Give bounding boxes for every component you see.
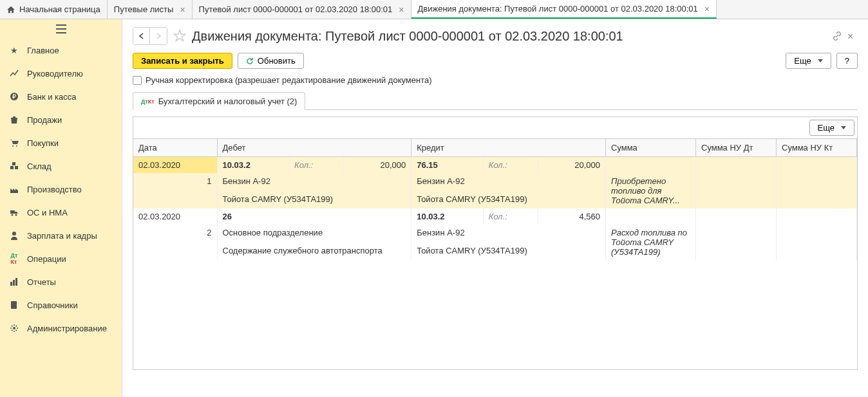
cell-qty-label: Кол.: — [483, 208, 538, 225]
sidebar-item-label: Операции — [27, 254, 66, 264]
svg-point-3 — [16, 145, 17, 147]
cell-nukt — [777, 157, 857, 174]
table-row[interactable]: 1 Бензин А-92 Бензин А-92 Приобретено то… — [133, 173, 857, 191]
tab-waybill-doc[interactable]: Путевой лист 0000-000001 от 02.03.2020 1… — [193, 0, 411, 19]
cell-deb-acc: 26 — [217, 208, 411, 225]
close-icon[interactable]: × — [704, 4, 710, 14]
sidebar-item-admin[interactable]: Администрирование — [0, 317, 122, 340]
tab-doc-movements[interactable]: Движения документа: Путевой лист 0000-00… — [411, 0, 717, 19]
sidebar-item-label: Отчеты — [27, 277, 56, 287]
cell-sum — [606, 157, 696, 174]
boxes-icon — [9, 161, 19, 171]
cell-empty — [133, 191, 217, 209]
sidebar-item-manager[interactable]: Руководителю — [0, 62, 122, 85]
svg-text:₽: ₽ — [12, 93, 16, 100]
cell-qty-label: Кол.: — [483, 157, 538, 174]
cell-nukt — [777, 225, 857, 243]
factory-icon — [9, 184, 19, 194]
manual-edit-label: Ручная корректировка (разрешает редактир… — [146, 75, 432, 85]
close-icon[interactable]: × — [180, 5, 185, 15]
svg-rect-5 — [15, 166, 18, 169]
sidebar-item-label: Продажи — [27, 115, 62, 125]
content: Движения документа: Путевой лист 0000-00… — [122, 19, 868, 397]
svg-rect-11 — [10, 282, 12, 286]
tabs-bar: Начальная страница Путевые листы × Путев… — [0, 0, 868, 19]
cell-date: 02.03.2020 — [133, 157, 217, 174]
table-wrap: Еще Дата Дебет Кредит Сумма Сумма НУ Дт … — [133, 116, 858, 370]
cell-nukt — [777, 191, 857, 209]
person-icon — [9, 230, 19, 241]
col-date: Дата — [133, 139, 217, 157]
tab-home[interactable]: Начальная страница — [0, 0, 108, 19]
svg-rect-14 — [11, 301, 17, 309]
sidebar-item-sales[interactable]: Продажи — [0, 108, 122, 131]
sidebar: ★ Главное Руководителю ₽ Банк и касса Пр… — [0, 19, 122, 397]
cell-nudt — [696, 173, 777, 191]
table-row[interactable]: 02.03.2020 26 10.03.2 Кол.: 4,560 — [133, 208, 857, 225]
tab-label: Движения документа: Путевой лист 0000-00… — [418, 4, 698, 14]
sidebar-item-main[interactable]: ★ Главное — [0, 39, 122, 62]
forward-button[interactable] — [150, 28, 167, 44]
manual-edit-checkbox[interactable] — [133, 76, 142, 85]
menu-toggle[interactable] — [0, 19, 122, 39]
sidebar-item-reports[interactable]: Отчеты — [0, 270, 122, 293]
sidebar-item-label: Банк и касса — [27, 92, 77, 102]
sidebar-item-production[interactable]: Производство — [0, 178, 122, 201]
sidebar-item-operations[interactable]: ДтКт Операции — [0, 247, 122, 270]
ruble-icon: ₽ — [9, 91, 19, 102]
svg-rect-12 — [13, 280, 15, 286]
dtkt-icon: ДтКт — [9, 254, 19, 264]
home-icon — [6, 5, 15, 14]
cell-empty — [133, 243, 217, 261]
table-row[interactable]: 02.03.2020 10.03.2 Кол.: 20,000 76.15 Ко… — [133, 157, 857, 174]
table-row[interactable]: Тойота CAMRY (У534ТА199) Тойота CAMRY (У… — [133, 191, 857, 209]
help-button[interactable]: ? — [836, 53, 858, 69]
sidebar-item-purchases[interactable]: Покупки — [0, 131, 122, 154]
cell-nudt — [696, 208, 777, 225]
nav-buttons — [133, 27, 167, 45]
link-icon[interactable] — [832, 31, 842, 41]
sidebar-item-assets[interactable]: ОС и НМА — [0, 201, 122, 224]
close-icon[interactable]: × — [399, 5, 404, 15]
cell-nudt — [696, 157, 777, 174]
cell-nukt — [777, 173, 857, 191]
svg-point-15 — [13, 327, 15, 329]
hamburger-icon — [56, 24, 66, 33]
table-row[interactable]: 2 Основное подразделение Бензин А-92 Рас… — [133, 225, 857, 243]
tab-waybills[interactable]: Путевые листы × — [108, 0, 193, 19]
more-button[interactable]: Еще — [786, 53, 831, 69]
table-more-button[interactable]: Еще — [809, 120, 854, 136]
cell-deb-sub2: Тойота CAMRY (У534ТА199) — [217, 191, 411, 209]
cell-n: 1 — [133, 173, 217, 191]
sidebar-item-bank[interactable]: ₽ Банк и касса — [0, 85, 122, 108]
sidebar-item-label: Руководителю — [27, 69, 83, 78]
sidebar-item-label: Главное — [27, 46, 59, 55]
close-icon[interactable]: × — [847, 31, 858, 41]
refresh-label: Обновить — [258, 56, 296, 66]
cell-deb-sub1: Бензин А-92 — [217, 173, 411, 191]
sidebar-item-label: ОС и НМА — [27, 208, 68, 217]
cell-deb-acc: 10.03.2 — [217, 157, 289, 174]
toolbar: Записать и закрыть Обновить Еще ? — [133, 53, 858, 69]
back-button[interactable] — [133, 28, 150, 44]
sidebar-item-warehouse[interactable]: Склад — [0, 154, 122, 178]
save-close-button[interactable]: Записать и закрыть — [133, 53, 232, 69]
svg-point-8 — [12, 214, 14, 216]
table-row[interactable]: Содержание служебного автотранспорта Той… — [133, 243, 857, 261]
col-nu-kt: Сумма НУ Кт — [777, 139, 857, 157]
sidebar-item-catalogs[interactable]: Справочники — [0, 293, 122, 317]
refresh-button[interactable]: Обновить — [238, 53, 304, 69]
favorite-icon[interactable] — [173, 29, 187, 43]
cell-cred-qty: 4,560 — [538, 208, 606, 225]
tab-label: Путевой лист 0000-000001 от 02.03.2020 1… — [199, 5, 393, 14]
sidebar-item-label: Справочники — [27, 300, 78, 310]
manual-edit-row: Ручная корректировка (разрешает редактир… — [133, 75, 858, 85]
cell-cred-sub1: Бензин А-92 — [411, 173, 606, 191]
table-toolbar: Еще — [133, 117, 857, 139]
cell-nukt — [777, 208, 857, 225]
cell-qty-label: Кол.: — [289, 157, 344, 174]
cell-sum-note: Расход топлива по Тойота CAMRY (У534ТА19… — [606, 225, 696, 260]
gear-icon — [9, 323, 19, 333]
inner-tab-accounting[interactable]: ДтКт Бухгалтерский и налоговый учет (2) — [133, 92, 305, 110]
sidebar-item-hr[interactable]: Зарплата и кадры — [0, 224, 122, 247]
